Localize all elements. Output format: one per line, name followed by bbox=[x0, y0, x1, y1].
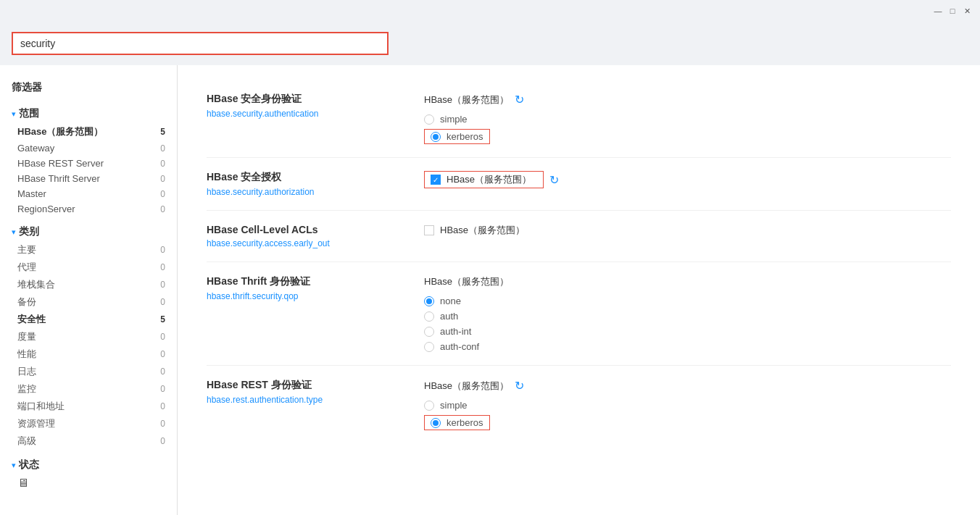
radio-label-simple-rest: simple bbox=[440, 400, 468, 411]
sidebar-item-proxy[interactable]: 代理 0 bbox=[0, 259, 177, 276]
config-right-authz: ✓ HBase（服务范围） ↻ bbox=[410, 171, 951, 196]
radio-auth-int-thrift[interactable]: auth-int bbox=[424, 326, 951, 337]
sidebar-item-label: 安全性 bbox=[17, 313, 46, 326]
sidebar-item-label: 监控 bbox=[17, 382, 36, 395]
sidebar-item-label: 端口和地址 bbox=[17, 400, 65, 413]
config-left-rest: HBase REST 身份验证 hbase.rest.authenticatio… bbox=[207, 379, 410, 405]
sidebar-item-label: 性能 bbox=[17, 348, 36, 361]
sidebar-item-count: 5 bbox=[160, 314, 165, 325]
sidebar-item-count: 0 bbox=[160, 436, 165, 446]
status-arrow-icon: ▾ bbox=[12, 461, 16, 470]
sidebar-item-count: 0 bbox=[160, 297, 165, 307]
config-left-acl: HBase Cell-Level ACLs hbase.security.acc… bbox=[207, 224, 410, 248]
checkbox-acl[interactable]: HBase（服务范围） bbox=[424, 224, 531, 237]
status-section-header[interactable]: ▾ 状态 bbox=[0, 456, 177, 474]
checkbox-box-authz: ✓ bbox=[431, 175, 441, 185]
config-scope-authz: ✓ HBase（服务范围） ↻ bbox=[424, 171, 951, 188]
sidebar-item-backup[interactable]: 备份 0 bbox=[0, 293, 177, 311]
radio-auth-thrift[interactable]: auth bbox=[424, 311, 951, 322]
sidebar-item-count: 0 bbox=[160, 349, 165, 359]
sidebar-item-hbase-service[interactable]: HBase（服务范围） 5 bbox=[0, 123, 177, 141]
config-title-acl: HBase Cell-Level ACLs bbox=[207, 224, 410, 235]
radio-circle-auth-int bbox=[424, 327, 434, 337]
sidebar-item-metrics[interactable]: 度量 0 bbox=[0, 328, 177, 346]
radio-simple-rest[interactable]: simple bbox=[424, 400, 951, 411]
config-key-thrift: hbase.thrift.security.qop bbox=[207, 291, 410, 301]
radio-label-simple: simple bbox=[440, 114, 468, 125]
sidebar-item-monitor[interactable]: 监控 0 bbox=[0, 380, 177, 398]
sidebar-item-count: 5 bbox=[160, 127, 165, 137]
sidebar-item-stackset[interactable]: 堆栈集合 0 bbox=[0, 276, 177, 293]
titlebar: — □ ✕ bbox=[0, 0, 980, 22]
sidebar-item-count: 0 bbox=[160, 143, 165, 154]
refresh-icon-authz[interactable]: ↻ bbox=[549, 173, 559, 187]
config-left-authz: HBase 安全授权 hbase.security.authorization bbox=[207, 171, 410, 197]
scope-section-label: 范围 bbox=[19, 107, 39, 120]
radio-group-thrift: none auth auth-int auth-conf bbox=[424, 296, 951, 352]
search-bar bbox=[0, 22, 980, 65]
checkbox-authz-boxed[interactable]: ✓ HBase（服务范围） bbox=[424, 171, 544, 188]
close-button[interactable]: ✕ bbox=[961, 5, 973, 17]
config-title-authz: HBase 安全授权 bbox=[207, 171, 410, 184]
sidebar-item-resources[interactable]: 资源管理 0 bbox=[0, 415, 177, 432]
config-scope-thrift: HBase（服务范围） bbox=[424, 275, 951, 288]
scope-label-acl: HBase（服务范围） bbox=[440, 224, 525, 237]
content-area: HBase 安全身份验证 hbase.security.authenticati… bbox=[178, 65, 980, 515]
config-item-authz: HBase 安全授权 hbase.security.authorization … bbox=[207, 158, 951, 211]
sidebar-item-main[interactable]: 主要 0 bbox=[0, 241, 177, 259]
config-title-auth: HBase 安全身份验证 bbox=[207, 93, 410, 106]
radio-label-kerberos: kerberos bbox=[447, 131, 483, 142]
sidebar-item-label: 堆栈集合 bbox=[17, 278, 55, 291]
radio-circle-kerberos-rest bbox=[431, 418, 441, 428]
sidebar-item-rest-server[interactable]: HBase REST Server 0 bbox=[0, 156, 177, 171]
radio-kerberos-rest[interactable]: kerberos bbox=[424, 415, 490, 430]
sidebar-item-gateway[interactable]: Gateway 0 bbox=[0, 141, 177, 156]
sidebar-item-advanced[interactable]: 高级 0 bbox=[0, 432, 177, 450]
sidebar-item-label: HBase Thrift Server bbox=[17, 173, 100, 184]
config-key-authz: hbase.security.authorization bbox=[207, 187, 410, 197]
radio-none-thrift[interactable]: none bbox=[424, 296, 951, 306]
search-input[interactable] bbox=[12, 32, 389, 55]
scope-arrow-icon: ▾ bbox=[12, 109, 16, 119]
minimize-button[interactable]: — bbox=[932, 5, 944, 17]
radio-group-rest: simple kerberos bbox=[424, 400, 951, 430]
sidebar-item-master[interactable]: Master 0 bbox=[0, 186, 177, 201]
refresh-icon-rest[interactable]: ↻ bbox=[515, 379, 524, 393]
radio-label-none: none bbox=[440, 296, 461, 306]
sidebar-item-label: 代理 bbox=[17, 261, 36, 274]
radio-simple-auth[interactable]: simple bbox=[424, 114, 951, 125]
sidebar-item-thrift-server[interactable]: HBase Thrift Server 0 bbox=[0, 171, 177, 186]
config-item-thrift: HBase Thrift 身份验证 hbase.thrift.security.… bbox=[207, 262, 951, 366]
sidebar-item-label: 日志 bbox=[17, 365, 36, 378]
category-section-header[interactable]: ▾ 类别 bbox=[0, 222, 177, 241]
sidebar-filter-title: 筛选器 bbox=[0, 77, 177, 97]
sidebar-item-count: 0 bbox=[160, 367, 165, 377]
sidebar-item-regionserver[interactable]: RegionServer 0 bbox=[0, 201, 177, 217]
sidebar-item-label: 度量 bbox=[17, 330, 36, 343]
maximize-button[interactable]: □ bbox=[947, 5, 958, 17]
sidebar-item-count: 0 bbox=[160, 204, 165, 214]
radio-circle-auth-conf bbox=[424, 342, 434, 352]
sidebar-item-log[interactable]: 日志 0 bbox=[0, 363, 177, 380]
scope-label-rest: HBase（服务范围） bbox=[424, 380, 509, 393]
radio-kerberos-auth[interactable]: kerberos bbox=[424, 129, 490, 144]
config-key-acl: hbase.security.access.early_out bbox=[207, 238, 410, 248]
sidebar-item-count: 0 bbox=[160, 262, 165, 272]
config-scope-rest: HBase（服务范围） ↻ bbox=[424, 379, 951, 393]
radio-circle-simple bbox=[424, 114, 434, 125]
scope-section-header[interactable]: ▾ 范围 bbox=[0, 104, 177, 123]
sidebar-item-security[interactable]: 安全性 5 bbox=[0, 311, 177, 328]
config-title-thrift: HBase Thrift 身份验证 bbox=[207, 275, 410, 288]
config-key-auth: hbase.security.authentication bbox=[207, 109, 410, 119]
monitor-icon: 🖥 bbox=[17, 477, 29, 490]
radio-auth-conf-thrift[interactable]: auth-conf bbox=[424, 341, 951, 352]
sidebar-item-performance[interactable]: 性能 0 bbox=[0, 346, 177, 363]
config-item-auth: HBase 安全身份验证 hbase.security.authenticati… bbox=[207, 80, 951, 158]
sidebar: 筛选器 ▾ 范围 HBase（服务范围） 5 Gateway 0 HBase R… bbox=[0, 65, 178, 515]
sidebar-item-ports[interactable]: 端口和地址 0 bbox=[0, 398, 177, 415]
config-scope-acl: HBase（服务范围） bbox=[424, 224, 951, 237]
refresh-icon-auth[interactable]: ↻ bbox=[515, 93, 524, 106]
sidebar-item-label: RegionServer bbox=[17, 204, 75, 214]
sidebar-item-label: HBase REST Server bbox=[17, 158, 104, 169]
sidebar-item-status-monitor[interactable]: 🖥 bbox=[0, 474, 177, 492]
